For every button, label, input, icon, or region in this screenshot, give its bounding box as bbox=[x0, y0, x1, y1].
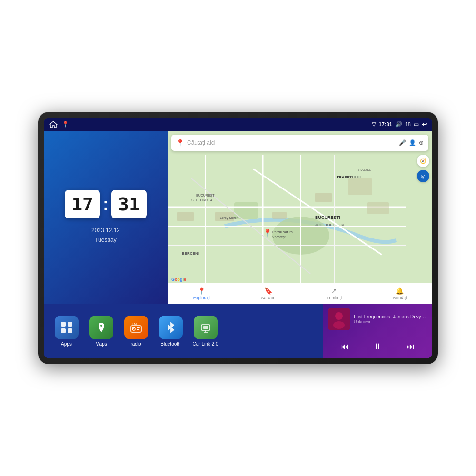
apps-label: Apps bbox=[61, 341, 72, 347]
maps-status-icon[interactable]: 📍 bbox=[62, 121, 69, 128]
map-bottom-bar: 📍 Explorați 🔖 Salvate ↗ Trimiteți 🔔 bbox=[168, 283, 432, 304]
media-next-button[interactable]: ⏭ bbox=[402, 340, 418, 354]
media-controls: ⏮ ⏸ ⏭ bbox=[328, 340, 426, 354]
screen: 📍 ▽ 17:31 🔊 18 ▭ ↩ 17 : 31 bbox=[44, 118, 432, 358]
map-panel[interactable]: BUCUREȘTI JUDEȚUL ILFOV TRAPEZULUI BERCE… bbox=[168, 131, 432, 304]
media-title: Lost Frequencies_Janieck Devy-... bbox=[354, 314, 426, 319]
apps-icon bbox=[55, 316, 79, 339]
map-nav-saved[interactable]: 🔖 Salvate bbox=[261, 287, 276, 300]
status-bar: 📍 ▽ 17:31 🔊 18 ▭ ↩ bbox=[44, 118, 432, 131]
date-text: 2023.12.12 bbox=[91, 226, 120, 235]
app-item-radio[interactable]: FM radio bbox=[120, 316, 151, 347]
maps-label: Maps bbox=[95, 341, 107, 347]
volume-icon: 🔊 bbox=[395, 121, 402, 128]
status-left: 📍 bbox=[49, 120, 69, 128]
svg-rect-17 bbox=[348, 178, 372, 195]
map-nav-share[interactable]: ↗ Trimiteți bbox=[327, 287, 342, 300]
svg-text:BUCUREȘTI: BUCUREȘTI bbox=[196, 194, 216, 198]
status-time: 17:31 bbox=[379, 121, 392, 127]
clock-separator: : bbox=[103, 194, 109, 214]
date-display: 2023.12.12 Tuesday bbox=[91, 226, 120, 244]
day-text: Tuesday bbox=[91, 236, 120, 245]
status-right: ▽ 17:31 🔊 18 ▭ ↩ bbox=[372, 120, 427, 128]
clock-panel: 17 : 31 2023.12.12 Tuesday bbox=[44, 131, 168, 304]
radio-icon: FM bbox=[124, 316, 148, 339]
svg-rect-18 bbox=[367, 202, 389, 214]
map-search-bar[interactable]: 📍 Căutați aici 🎤 👤 ⊕ bbox=[171, 135, 428, 151]
bluetooth-icon bbox=[159, 316, 183, 339]
svg-rect-15 bbox=[272, 212, 287, 219]
svg-rect-41 bbox=[203, 326, 208, 329]
svg-text:SECTORUL 4: SECTORUL 4 bbox=[191, 198, 212, 202]
svg-text:FM: FM bbox=[131, 322, 136, 326]
carlink-icon bbox=[194, 316, 218, 339]
explore-label: Explorați bbox=[193, 296, 210, 300]
car-head-unit: 📍 ▽ 17:31 🔊 18 ▭ ↩ 17 : 31 bbox=[38, 112, 438, 364]
svg-text:BUCUREȘTI: BUCUREȘTI bbox=[315, 215, 340, 220]
svg-rect-16 bbox=[315, 193, 332, 202]
app-item-bluetooth[interactable]: Bluetooth bbox=[155, 316, 186, 347]
map-svg: BUCUREȘTI JUDEȚUL ILFOV TRAPEZULUI BERCE… bbox=[168, 131, 432, 304]
share-icon: ↗ bbox=[331, 287, 337, 295]
apps-dock: Apps Maps bbox=[44, 304, 323, 358]
svg-text:Leroy Merlin: Leroy Merlin bbox=[220, 216, 238, 220]
media-player: Lost Frequencies_Janieck Devy-... Unknow… bbox=[323, 304, 432, 358]
main-content: 17 : 31 2023.12.12 Tuesday bbox=[44, 131, 432, 358]
svg-marker-0 bbox=[50, 121, 57, 128]
map-search-input[interactable]: Căutați aici bbox=[187, 139, 396, 146]
map-right-controls: 🧭 ◎ bbox=[417, 155, 429, 182]
bluetooth-label: Bluetooth bbox=[160, 341, 180, 347]
map-background: BUCUREȘTI JUDEȚUL ILFOV TRAPEZULUI BERCE… bbox=[168, 131, 432, 304]
svg-text:UZANA: UZANA bbox=[358, 168, 371, 172]
app-item-carlink[interactable]: Car Link 2.0 bbox=[190, 316, 221, 347]
layers-icon[interactable]: ⊕ bbox=[419, 139, 424, 146]
svg-point-45 bbox=[335, 312, 343, 320]
clock-minutes: 31 bbox=[111, 190, 147, 218]
saved-icon: 🔖 bbox=[264, 287, 272, 295]
top-section: 17 : 31 2023.12.12 Tuesday bbox=[44, 131, 432, 304]
account-icon[interactable]: 👤 bbox=[409, 139, 416, 146]
news-label: Noutăți bbox=[393, 296, 407, 300]
svg-text:Parcul Natural: Parcul Natural bbox=[272, 230, 294, 234]
location-button[interactable]: ◎ bbox=[417, 170, 429, 182]
battery-icon: ▭ bbox=[414, 121, 419, 128]
app-item-maps[interactable]: Maps bbox=[86, 316, 117, 347]
volume-level: 18 bbox=[405, 121, 411, 127]
share-label: Trimiteți bbox=[327, 296, 342, 300]
app-item-apps[interactable]: Apps bbox=[51, 316, 82, 347]
svg-text:TRAPEZULUI: TRAPEZULUI bbox=[337, 175, 361, 179]
svg-text:JUDEȚUL ILFOV: JUDEȚUL ILFOV bbox=[315, 223, 345, 227]
svg-rect-38 bbox=[137, 329, 139, 330]
map-nav-explore[interactable]: 📍 Explorați bbox=[193, 287, 210, 300]
media-info: Lost Frequencies_Janieck Devy-... Unknow… bbox=[328, 308, 426, 330]
bottom-section: Apps Maps bbox=[44, 304, 432, 358]
voice-search-icon[interactable]: 🎤 bbox=[399, 139, 406, 146]
svg-point-36 bbox=[133, 328, 134, 329]
news-icon: 🔔 bbox=[396, 287, 404, 295]
home-button[interactable] bbox=[49, 120, 58, 128]
back-button[interactable]: ↩ bbox=[422, 120, 427, 128]
svg-rect-30 bbox=[61, 322, 66, 327]
svg-rect-32 bbox=[61, 328, 66, 333]
media-thumbnail bbox=[328, 308, 350, 330]
svg-rect-13 bbox=[177, 212, 194, 221]
explore-icon: 📍 bbox=[198, 287, 206, 295]
media-artist: Unknown bbox=[354, 319, 426, 324]
carlink-label: Car Link 2.0 bbox=[193, 341, 218, 347]
maps-logo-icon: 📍 bbox=[176, 139, 184, 147]
svg-text:BERCENI: BERCENI bbox=[182, 251, 199, 256]
svg-text:Văcărești: Văcărești bbox=[272, 235, 287, 239]
svg-point-46 bbox=[333, 321, 345, 329]
compass-button[interactable]: 🧭 bbox=[417, 155, 429, 167]
svg-text:📍: 📍 bbox=[263, 228, 272, 238]
saved-label: Salvate bbox=[261, 296, 276, 300]
google-logo: Google bbox=[171, 277, 186, 282]
media-prev-button[interactable]: ⏮ bbox=[337, 340, 353, 354]
signal-icon: ▽ bbox=[372, 121, 376, 128]
media-playpause-button[interactable]: ⏸ bbox=[369, 340, 386, 354]
media-text: Lost Frequencies_Janieck Devy-... Unknow… bbox=[354, 314, 426, 324]
svg-rect-37 bbox=[137, 327, 140, 328]
clock-hours: 17 bbox=[65, 190, 100, 218]
map-nav-news[interactable]: 🔔 Noutăți bbox=[393, 287, 407, 300]
maps-icon bbox=[89, 316, 113, 339]
